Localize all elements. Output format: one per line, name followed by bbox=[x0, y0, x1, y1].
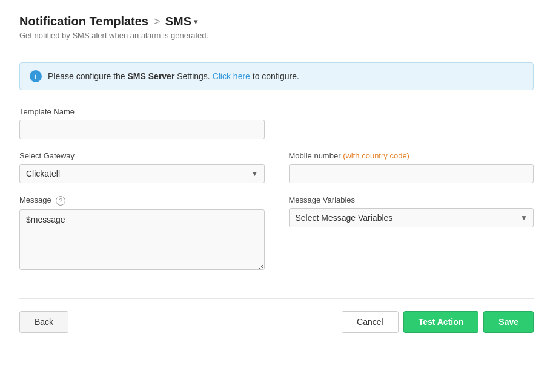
info-banner: i Please configure the SMS Server Settin… bbox=[19, 62, 534, 90]
info-icon: i bbox=[30, 70, 42, 82]
breadcrumb-parent: Notification Templates bbox=[19, 15, 148, 28]
gateway-select[interactable]: Clickatell Twilio Nexmo bbox=[19, 164, 265, 183]
message-textarea[interactable]: $message bbox=[19, 209, 265, 270]
message-group: Message ? $message bbox=[19, 195, 265, 272]
breadcrumb: Notification Templates > SMS ▾ bbox=[19, 15, 534, 28]
breadcrumb-current: SMS ▾ bbox=[165, 15, 197, 28]
footer-left: Back bbox=[19, 311, 68, 333]
template-name-label: Template Name bbox=[19, 107, 265, 116]
message-variables-label: Message Variables bbox=[289, 195, 534, 204]
page-header: Notification Templates > SMS ▾ Get notif… bbox=[19, 15, 534, 40]
page-subtitle: Get notified by SMS alert when an alarm … bbox=[19, 31, 534, 40]
header-divider bbox=[19, 50, 534, 50]
mobile-number-label: Mobile number (with country code) bbox=[289, 151, 534, 160]
template-name-input[interactable] bbox=[19, 120, 265, 139]
footer-actions: Back Cancel Test Action Save bbox=[19, 311, 534, 333]
breadcrumb-current-label: SMS bbox=[165, 15, 191, 28]
test-action-button[interactable]: Test Action bbox=[403, 311, 479, 333]
form-section: Template Name Select Gateway Clickatell … bbox=[19, 107, 534, 284]
mobile-number-input[interactable] bbox=[289, 164, 534, 183]
mobile-number-group: Mobile number (with country code) bbox=[289, 151, 534, 183]
message-help-icon[interactable]: ? bbox=[56, 196, 65, 206]
message-variables-select-wrapper: Select Message Variables ▼ bbox=[289, 208, 534, 227]
cancel-button[interactable]: Cancel bbox=[342, 311, 399, 333]
message-variables-select[interactable]: Select Message Variables bbox=[289, 208, 534, 227]
gateway-label: Select Gateway bbox=[19, 151, 265, 160]
template-name-group: Template Name bbox=[19, 107, 265, 139]
save-button[interactable]: Save bbox=[483, 311, 534, 333]
gateway-select-wrapper: Clickatell Twilio Nexmo ▼ bbox=[19, 164, 265, 183]
mobile-number-secondary: (with country code) bbox=[343, 151, 409, 160]
footer-divider bbox=[19, 298, 534, 299]
message-label: Message ? bbox=[19, 195, 265, 206]
back-button[interactable]: Back bbox=[19, 311, 68, 333]
breadcrumb-separator: > bbox=[153, 15, 161, 28]
info-banner-text: Please configure the SMS Server Settings… bbox=[48, 71, 299, 81]
message-variables-group: Message Variables Select Message Variabl… bbox=[289, 195, 534, 272]
footer-right: Cancel Test Action Save bbox=[342, 311, 534, 333]
breadcrumb-dropdown-icon[interactable]: ▾ bbox=[194, 18, 197, 26]
gateway-group: Select Gateway Clickatell Twilio Nexmo ▼ bbox=[19, 151, 265, 183]
info-banner-link[interactable]: Click here bbox=[213, 71, 250, 81]
